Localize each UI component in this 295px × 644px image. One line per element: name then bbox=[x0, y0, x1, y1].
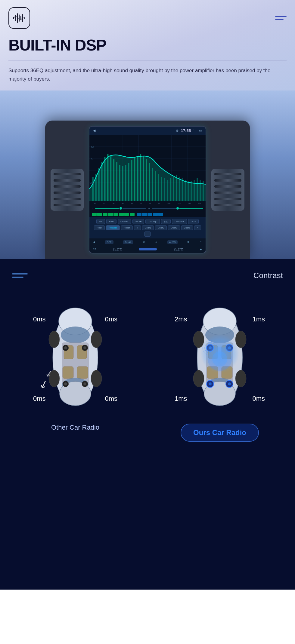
dsp-btn-through[interactable]: Through bbox=[145, 219, 160, 224]
dsp-btn-dolby[interactable]: DOLBY bbox=[118, 219, 131, 224]
svg-point-68 bbox=[49, 331, 60, 348]
svg-point-78 bbox=[64, 382, 67, 385]
contrast-header: Contrast bbox=[0, 271, 295, 280]
car-comparison-section: 0ms 0ms 0ms 0ms ↙ ↙ bbox=[0, 297, 295, 442]
dsp-btn-popular[interactable]: Popular bbox=[106, 225, 120, 230]
ac-right-arrow: ▶ bbox=[200, 248, 202, 251]
ac-temp-right: 25.2°C bbox=[174, 248, 183, 251]
ac-temp-left: 25.2°C bbox=[113, 248, 122, 251]
hamburger-menu-button[interactable] bbox=[275, 16, 287, 20]
dsp-btn-rock[interactable]: Rock bbox=[94, 225, 105, 230]
svg-point-91 bbox=[235, 331, 246, 348]
vent-slot bbox=[54, 185, 81, 188]
dsp-btn-reset[interactable]: Reset bbox=[121, 225, 133, 230]
vent-slot bbox=[214, 192, 241, 194]
contrast-icon-lines bbox=[12, 273, 28, 278]
svg-point-77 bbox=[83, 346, 86, 349]
page-header bbox=[0, 0, 295, 34]
title-divider bbox=[8, 60, 287, 60]
eq-channel-blocks bbox=[89, 212, 206, 217]
dsp-btn-minus[interactable]: − bbox=[144, 232, 151, 237]
back-icon: ◀ bbox=[93, 129, 95, 133]
vent-slot bbox=[214, 179, 241, 182]
our-timing-top-left: 2ms bbox=[175, 315, 187, 323]
left-vent bbox=[51, 169, 84, 211]
title-area: BUILT-IN DSP Supports 36EQ adjustment, a… bbox=[0, 34, 295, 83]
ac-num-left: 15 bbox=[93, 248, 96, 251]
svg-point-93 bbox=[235, 370, 246, 387]
svg-point-99 bbox=[228, 346, 231, 349]
svg-point-76 bbox=[64, 346, 67, 349]
svg-point-82 bbox=[205, 327, 234, 343]
eq-freq-labels: 20 25 30 36 40 50 63 80 100 125 160 200 bbox=[89, 201, 206, 205]
ac-mode-icon: ✿ bbox=[187, 241, 190, 244]
svg-text:0: 0 bbox=[91, 158, 92, 161]
dsp-btn-user1[interactable]: User1 bbox=[142, 225, 154, 230]
dsp-btn-srs[interactable]: SRS● bbox=[132, 219, 144, 224]
svg-text:-20: -20 bbox=[90, 182, 94, 185]
svg-point-92 bbox=[193, 370, 204, 387]
other-car-column: 0ms 0ms 0ms 0ms ↙ ↙ bbox=[6, 297, 144, 431]
vent-slot bbox=[54, 192, 81, 194]
ac-dual-btn[interactable]: DUAL bbox=[123, 240, 133, 244]
vent-slot bbox=[54, 204, 81, 206]
other-car-svg bbox=[45, 303, 105, 412]
sound-logo-icon bbox=[13, 11, 26, 25]
signal-icon: ⌒ bbox=[193, 128, 197, 133]
dsp-btn-classical[interactable]: Classical bbox=[172, 219, 187, 224]
svg-point-69 bbox=[91, 331, 102, 348]
other-car-radio-label: Other Car Radio bbox=[51, 424, 99, 431]
vent-slot bbox=[214, 173, 241, 175]
dash-vent-row: ◀ ⊕ 17:55 ⌒ ▭ bbox=[51, 126, 244, 253]
contrast-divider bbox=[12, 285, 283, 285]
svg-rect-2 bbox=[17, 13, 18, 23]
vent-slot bbox=[54, 173, 81, 175]
svg-point-79 bbox=[83, 382, 86, 385]
right-vent bbox=[211, 169, 244, 211]
dsp-btn-jazz[interactable]: Jazz bbox=[188, 219, 198, 224]
other-car-diagram: 0ms 0ms 0ms 0ms ↙ ↙ bbox=[33, 297, 117, 418]
ac-fan-icon: ⊛ bbox=[143, 241, 145, 244]
screen-time: 17:55 bbox=[181, 128, 191, 133]
contrast-line-long bbox=[12, 273, 28, 274]
our-timing-bottom-left: 1ms bbox=[175, 395, 187, 403]
our-car-svg bbox=[190, 303, 250, 412]
svg-point-60 bbox=[61, 327, 90, 343]
our-car-diagram: 2ms 1ms 1ms 0ms bbox=[178, 297, 262, 418]
channel-sliders: L R bbox=[89, 205, 206, 212]
svg-rect-1 bbox=[15, 15, 16, 21]
eq-chart: 20 0 -20 bbox=[89, 135, 206, 201]
ac-chevron-icon: ⌃ bbox=[200, 241, 202, 244]
battery-icon: ▭ bbox=[199, 129, 202, 133]
ac-left-arrow: ◀ bbox=[93, 241, 95, 244]
page-title: BUILT-IN DSP bbox=[8, 37, 287, 54]
svg-rect-65 bbox=[77, 366, 88, 379]
ac-auto-btn[interactable]: AUTO bbox=[167, 240, 178, 244]
svg-point-90 bbox=[193, 331, 204, 348]
dsp-btn-bbe[interactable]: BBE bbox=[106, 219, 116, 224]
dsp-btn-add[interactable]: + bbox=[194, 225, 201, 230]
page-subtitle: Supports 36EQ adjustment, and the ultra-… bbox=[8, 66, 287, 83]
dsp-btn-user2[interactable]: User2 bbox=[155, 225, 167, 230]
dsp-btn-user5[interactable]: User5 bbox=[181, 225, 193, 230]
car-dashboard: ◀ ⊕ 17:55 ⌒ ▭ bbox=[45, 121, 250, 259]
svg-point-98 bbox=[209, 346, 212, 349]
vent-slot bbox=[54, 179, 81, 182]
dsp-screen[interactable]: ◀ ⊕ 17:55 ⌒ ▭ bbox=[89, 126, 206, 253]
dsp-btn-dts[interactable]: dts bbox=[96, 219, 105, 224]
vent-slot bbox=[214, 198, 241, 200]
our-car-radio-label: Ours Car Radio bbox=[181, 424, 259, 442]
ac-control-bar: ◀ OFF DUAL ⊛ ⇒ AUTO ✿ ⌃ bbox=[89, 238, 206, 246]
dsp-screen-container: ◀ ⊕ 17:55 ⌒ ▭ bbox=[0, 90, 295, 259]
svg-point-71 bbox=[91, 370, 102, 387]
dsp-btn-vol[interactable]: ◎◎ bbox=[161, 219, 171, 224]
svg-point-101 bbox=[228, 382, 231, 385]
logo-box bbox=[8, 7, 30, 29]
our-timing-bottom-right: 0ms bbox=[252, 395, 265, 403]
our-timing-top-right: 1ms bbox=[252, 315, 265, 323]
other-timing-bottom-left: 0ms bbox=[33, 395, 46, 403]
ac-off-btn[interactable]: OFF bbox=[105, 240, 113, 244]
dsp-btn-user3[interactable]: User3 bbox=[168, 225, 180, 230]
dsp-preset-buttons[interactable]: dts BBE DOLBY SRS● Through ◎◎ Classical … bbox=[89, 217, 206, 238]
dsp-btn-onoff[interactable]: ○ bbox=[134, 225, 141, 230]
